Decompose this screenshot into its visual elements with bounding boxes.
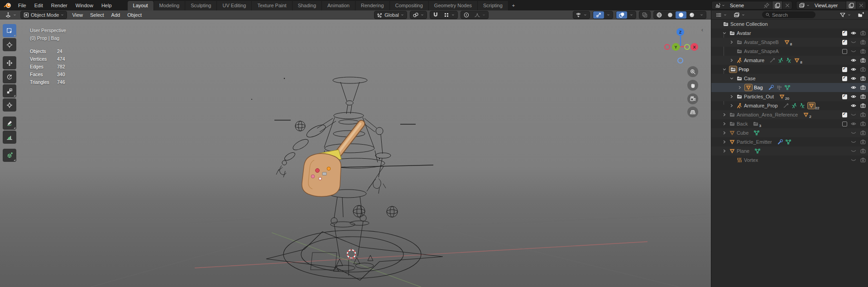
viewlayer-mode-icon[interactable]	[731, 11, 748, 19]
pivot-point-dropdown[interactable]	[410, 11, 427, 19]
render-camera-icon[interactable]	[860, 75, 866, 82]
outliner-row-particles-out[interactable]: Particles_Out 20	[711, 92, 868, 101]
row-label[interactable]: Vortex	[744, 157, 758, 163]
gizmo-minus-z-axis[interactable]	[677, 58, 683, 63]
zoom-button[interactable]	[687, 66, 698, 77]
render-disabled-icon[interactable]	[860, 148, 866, 154]
row-label[interactable]: Armature_Prop	[744, 103, 778, 108]
menu-edit[interactable]: Edit	[30, 0, 47, 10]
scene-delete-button[interactable]	[782, 1, 792, 9]
tab-texture-paint[interactable]: Texture Paint	[252, 1, 292, 10]
expand-arrow-icon[interactable]	[721, 121, 728, 127]
expand-arrow-icon[interactable]	[721, 112, 728, 118]
outliner-row-plane[interactable]: Plane	[711, 146, 868, 156]
row-label[interactable]: Cube	[737, 130, 748, 136]
menu-view[interactable]: View	[68, 12, 86, 18]
tool-move[interactable]	[3, 56, 16, 69]
collapse-arrow-icon[interactable]	[721, 30, 728, 36]
camera-view-button[interactable]	[687, 93, 698, 104]
row-label[interactable]: Avatar_ShapeB	[744, 39, 779, 45]
menu-object[interactable]: Object	[124, 12, 145, 18]
menu-add[interactable]: Add	[108, 12, 124, 18]
eye-closed-icon[interactable]	[850, 112, 857, 118]
tab-layout[interactable]: Layout	[128, 1, 154, 10]
falloff-dropdown[interactable]	[472, 11, 488, 19]
gizmo-minus-x-axis[interactable]	[664, 44, 670, 50]
tab-modeling[interactable]: Modeling	[154, 1, 186, 10]
eye-icon[interactable]	[850, 57, 857, 63]
tool-transform[interactable]	[3, 98, 16, 112]
outliner-row-cube[interactable]: Cube	[711, 128, 868, 137]
render-camera-icon[interactable]	[860, 48, 866, 54]
viewport-3d[interactable]: User Perspective (0) Prop | Bag Objects2…	[0, 19, 711, 287]
tab-scripting[interactable]: Scripting	[478, 1, 508, 10]
snap-toggle[interactable]	[430, 11, 441, 19]
blender-logo-icon[interactable]	[4, 1, 11, 9]
eye-closed-icon[interactable]	[850, 48, 857, 54]
render-camera-icon[interactable]	[860, 57, 866, 63]
outliner-row-back[interactable]: Back 3	[711, 119, 868, 128]
expand-arrow-icon[interactable]	[721, 139, 728, 145]
transform-orientation-dropdown[interactable]: Global	[374, 11, 407, 19]
eye-icon[interactable]	[850, 102, 857, 109]
render-camera-icon[interactable]	[860, 84, 866, 91]
shading-dropdown[interactable]	[697, 11, 706, 19]
row-label[interactable]: Animation_Area_Reference	[737, 112, 798, 117]
outliner-row-bag[interactable]: Bag	[711, 83, 868, 92]
menu-window[interactable]: Window	[72, 0, 97, 10]
expand-arrow-icon[interactable]	[721, 148, 728, 154]
row-label[interactable]: Particles_Out	[744, 94, 774, 99]
row-label[interactable]: Case	[744, 76, 756, 81]
expand-arrow-icon[interactable]	[729, 102, 735, 109]
outliner-row-avatar-shapea[interactable]: Avatar_ShapeA	[711, 47, 868, 56]
eye-icon[interactable]	[850, 30, 857, 36]
viewlayer-browse-button[interactable]	[796, 1, 812, 9]
row-label[interactable]: Particle_Emitter	[737, 139, 772, 145]
mode-dropdown[interactable]: Object Mode	[20, 11, 67, 19]
snap-settings-dropdown[interactable]	[441, 11, 457, 19]
eye-closed-icon[interactable]	[850, 39, 857, 45]
row-label[interactable]: Bag	[754, 85, 763, 90]
tab-shading[interactable]: Shading	[293, 1, 322, 10]
viewlayer-delete-button[interactable]	[856, 1, 866, 9]
render-camera-icon[interactable]	[860, 30, 866, 36]
gizmo-minus-y-axis[interactable]	[684, 44, 690, 50]
tool-rotate[interactable]	[3, 70, 16, 83]
outliner-row-prop[interactable]: Prop	[711, 65, 868, 74]
scene-pin-icon[interactable]	[761, 1, 772, 9]
eye-icon[interactable]	[850, 84, 857, 91]
xray-toggle[interactable]	[639, 11, 651, 19]
filter-dropdown[interactable]	[837, 11, 854, 19]
outliner-row-scene-collection[interactable]: Scene Collection	[711, 19, 868, 29]
add-workspace-button[interactable]: +	[508, 1, 518, 10]
expand-arrow-icon[interactable]	[737, 84, 743, 91]
row-label[interactable]: Plane	[737, 148, 749, 154]
shading-rendered-button[interactable]	[686, 11, 697, 19]
outliner-row-particle-emitter[interactable]: Particle_Emitter	[711, 137, 868, 146]
tool-measure[interactable]	[3, 131, 16, 144]
tool-select-box[interactable]	[3, 24, 16, 37]
viewport-canvas[interactable]	[0, 19, 711, 287]
exclude-checkbox[interactable]	[842, 31, 847, 36]
render-camera-icon[interactable]	[860, 93, 866, 100]
row-label[interactable]: Prop	[739, 67, 749, 72]
expand-arrow-icon[interactable]	[729, 57, 735, 63]
menu-select[interactable]: Select	[86, 12, 108, 18]
row-label[interactable]: Scene Collection	[730, 21, 768, 27]
viewlayer-new-button[interactable]	[846, 1, 856, 9]
scene-browse-button[interactable]	[712, 1, 728, 9]
outliner-row-avatar-shapeb[interactable]: Avatar_ShapeB 8	[711, 38, 868, 47]
gizmos-toggle[interactable]	[593, 11, 604, 19]
pan-hand-button[interactable]	[687, 80, 698, 91]
render-camera-icon[interactable]	[860, 102, 866, 109]
row-label[interactable]: Back	[737, 121, 748, 126]
exclude-checkbox[interactable]	[842, 49, 847, 54]
exclude-checkbox[interactable]	[842, 67, 847, 72]
new-collection-button[interactable]	[855, 11, 866, 19]
gizmo-z-axis[interactable]: Z	[676, 28, 684, 36]
expand-arrow-icon[interactable]	[729, 39, 735, 45]
outliner-row-case[interactable]: Case	[711, 74, 868, 83]
display-mode-dropdown[interactable]	[713, 11, 729, 19]
render-camera-icon[interactable]	[860, 39, 866, 45]
render-disabled-icon[interactable]	[860, 130, 866, 136]
